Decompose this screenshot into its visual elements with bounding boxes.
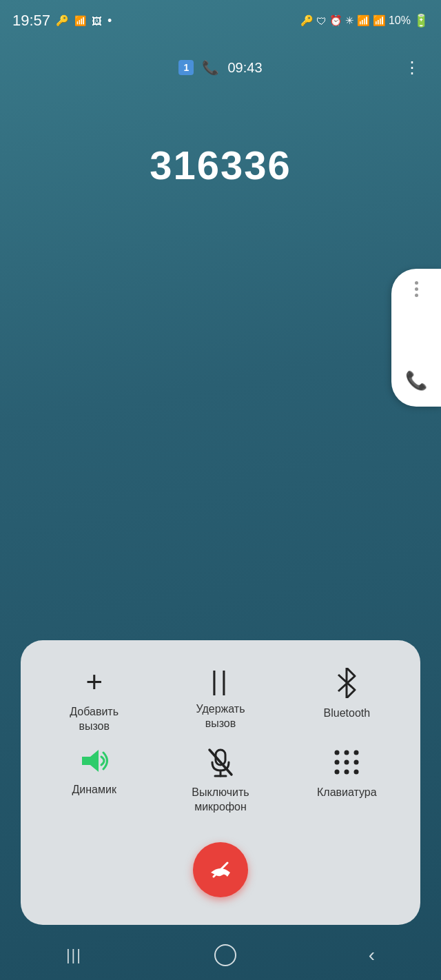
end-call-button[interactable] xyxy=(193,842,248,897)
phone-number: 316336 xyxy=(0,142,441,188)
call-controls-panel: + Добавитьвызов || Удержатьвызов Bluetoo… xyxy=(21,640,420,925)
lock-icon: 🔑 xyxy=(300,14,314,27)
nav-home-button[interactable] xyxy=(214,944,236,966)
end-call-icon xyxy=(208,857,233,882)
keypad-icon xyxy=(331,747,362,777)
svg-point-13 xyxy=(354,770,359,775)
bluetooth-label: Bluetooth xyxy=(324,706,371,721)
nav-recent-button[interactable]: ||| xyxy=(66,946,82,964)
speaker-label: Динамик xyxy=(72,783,116,797)
handle-dots-icon xyxy=(415,281,418,297)
battery-icon: 🔋 xyxy=(413,13,429,28)
nav-back-button[interactable]: ‹ xyxy=(369,944,375,966)
call-header: 1 📞 09:43 ⋮ xyxy=(0,48,441,87)
image-icon: 🖼 xyxy=(92,15,102,27)
mute-icon xyxy=(207,747,234,777)
status-bar: 19:57 🔑 📶 🖼 • 🔑 🛡 ⏰ ✳ 📶 📶 10% 🔋 xyxy=(0,0,441,41)
keypad-button[interactable]: Клавиатура xyxy=(287,747,407,815)
add-call-label: Добавитьвызов xyxy=(70,705,119,734)
svg-point-7 xyxy=(354,751,359,755)
mute-label: Выключитьмикрофон xyxy=(192,786,249,815)
keypad-label: Клавиатура xyxy=(317,786,377,800)
handle-phone-icon: 📞 xyxy=(405,370,427,391)
key-icon: 🔑 xyxy=(56,14,69,27)
alarm-icon: ⏰ xyxy=(329,14,342,27)
controls-grid: + Добавитьвызов || Удержатьвызов Bluetoo… xyxy=(34,668,407,815)
sim-badge: 1 xyxy=(178,60,194,75)
add-call-button[interactable]: + Добавитьвызов xyxy=(34,668,154,734)
end-call-row xyxy=(34,842,407,897)
signal1-icon: 📶 xyxy=(357,14,370,27)
call-phone-icon: 📞 xyxy=(202,59,219,76)
svg-point-8 xyxy=(335,760,340,765)
svg-marker-0 xyxy=(82,750,99,772)
hold-call-label: Удержатьвызов xyxy=(196,702,245,731)
speaker-icon xyxy=(79,747,110,775)
add-call-icon: + xyxy=(85,668,103,697)
more-options-button[interactable]: ⋮ xyxy=(404,58,420,77)
dot-icon: • xyxy=(107,14,112,28)
svg-point-11 xyxy=(335,770,340,775)
nav-bar: ||| ‹ xyxy=(0,930,441,980)
svg-point-6 xyxy=(345,751,349,755)
bluetooth-status-icon: ✳ xyxy=(345,14,354,27)
call-timer: 09:43 xyxy=(227,60,262,76)
signal2-icon: 📶 xyxy=(373,14,386,27)
svg-point-9 xyxy=(345,760,349,765)
hold-call-button[interactable]: || Удержатьвызов xyxy=(161,668,280,734)
bluetooth-icon xyxy=(333,668,360,698)
speaker-button[interactable]: Динамик xyxy=(34,747,154,815)
mute-button[interactable]: Выключитьмикрофон xyxy=(161,747,280,815)
battery-indicator: 10% xyxy=(389,14,411,27)
svg-point-10 xyxy=(354,760,359,765)
floating-handle[interactable]: 📞 xyxy=(391,269,441,407)
svg-point-5 xyxy=(335,751,340,755)
status-time: 19:57 xyxy=(12,12,50,30)
bluetooth-button[interactable]: Bluetooth xyxy=(287,668,407,734)
svg-point-12 xyxy=(345,770,349,775)
hold-call-icon: || xyxy=(211,668,230,694)
shield-icon: 🛡 xyxy=(316,15,327,27)
sim-icon: 📶 xyxy=(74,15,86,26)
